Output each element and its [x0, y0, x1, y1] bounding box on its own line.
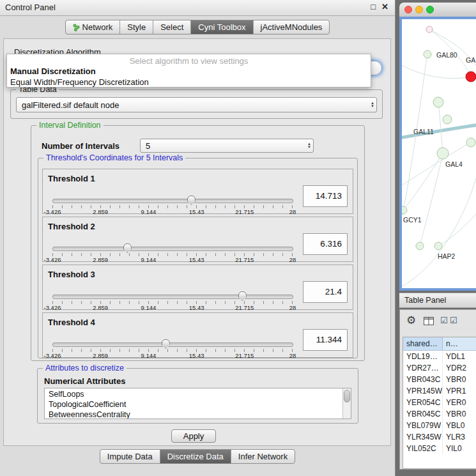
table-row[interactable]: YBR043CYBR0	[403, 374, 476, 385]
tab-label: Select	[160, 22, 183, 32]
network-node-green[interactable]	[437, 148, 449, 159]
attribute-list-item[interactable]: SelfLoops	[45, 389, 343, 399]
network-edge[interactable]	[402, 169, 476, 288]
top-tab-bar-wrap: NetworkStyleSelectCyni ToolboxjActiveMNo…	[0, 20, 395, 35]
node-table: shared… n… YDL19…YDL1YDR27…YDR2YBR043CYB…	[403, 337, 476, 469]
tick-label: 9.144	[141, 208, 157, 215]
slider-tick-labels: -3.4262.8599.14415.4321.71528	[52, 208, 293, 215]
network-node-green[interactable]	[402, 206, 407, 214]
network-canvas[interactable]: GAL80GAGAL11GAL4GCY1HAP2	[402, 19, 476, 288]
table-row[interactable]: YER054CYER0	[403, 397, 476, 408]
tick-label: 2.859	[93, 256, 108, 263]
tick-label: 21.715	[235, 256, 254, 263]
cell-shared-name: YPR145W	[403, 385, 443, 397]
tab-cyni-toolbox[interactable]: Cyni Toolbox	[191, 20, 253, 34]
threshold-value-field[interactable]: 6.316	[303, 233, 348, 255]
threshold-value-field[interactable]: 21.4	[303, 281, 348, 303]
apply-button[interactable]: Apply	[171, 429, 216, 443]
tab-network[interactable]: Network	[66, 20, 121, 34]
threshold-slider-thumb[interactable]	[238, 291, 247, 301]
network-window-titlebar[interactable]	[399, 3, 476, 17]
cell-name: YBL0	[443, 420, 476, 431]
table-row[interactable]: YIL052CYIL0	[403, 443, 476, 454]
network-edge[interactable]	[438, 102, 443, 153]
threshold-value-field[interactable]: 14.713	[303, 185, 348, 207]
tab-label: Cyni Toolbox	[198, 22, 245, 32]
table-row[interactable]: YDR27…YDR2	[403, 362, 476, 374]
network-node-green[interactable]	[434, 242, 442, 250]
close-window-icon[interactable]: ✕	[381, 2, 388, 12]
tab-select[interactable]: Select	[153, 20, 191, 34]
threshold-slider-thumb[interactable]	[123, 243, 132, 253]
network-node-green[interactable]	[433, 97, 443, 107]
table-row[interactable]: YPR145WYPR1	[403, 385, 476, 397]
threshold-slider-thumb[interactable]	[187, 196, 196, 205]
network-edge[interactable]	[420, 155, 443, 246]
slider-tick-labels: -3.4262.8599.14415.4321.71528	[52, 352, 293, 359]
attributes-group-title: Attributes to discretize	[43, 364, 127, 373]
numerical-attributes-list[interactable]: SelfLoopsTopologicalCoefficientBetweenne…	[44, 388, 351, 419]
algorithm-option[interactable]: Equal Width/Frequency Discretization	[7, 77, 371, 88]
network-edge[interactable]	[403, 153, 443, 210]
control-panel-titlebar[interactable]: Control Panel □ ✕	[0, 0, 395, 16]
table-row[interactable]: YBR045CYBR0	[403, 408, 476, 420]
checkbox-icon[interactable]: ☑	[450, 316, 457, 325]
network-node-green[interactable]	[424, 50, 431, 58]
threshold-slider-track[interactable]	[52, 199, 293, 203]
tick-label: 9.144	[141, 352, 157, 359]
tick-label: 2.859	[93, 208, 108, 215]
attributes-scrollbar[interactable]	[342, 388, 351, 418]
interval-definition-group-title: Interval Definition	[36, 121, 104, 130]
zoom-traffic-light-icon[interactable]	[426, 6, 434, 13]
tab-label: jActiveMNodules	[261, 22, 323, 32]
network-node-red[interactable]	[466, 72, 476, 82]
threshold-slider-thumb[interactable]	[162, 339, 170, 349]
network-edge[interactable]	[438, 211, 476, 246]
table-row[interactable]: YDL19…YDL1	[403, 351, 476, 362]
float-window-icon[interactable]: □	[371, 2, 376, 12]
tab-style[interactable]: Style	[120, 20, 153, 34]
threshold-slider-track[interactable]	[52, 295, 293, 299]
cell-name: YDL1	[443, 351, 476, 362]
network-node-green[interactable]	[466, 138, 475, 147]
bottom-tab-bar: Impute DataDiscretize DataInfer Network	[100, 449, 295, 464]
table-panel-titlebar[interactable]: Table Panel	[399, 293, 476, 308]
threshold-slider-track[interactable]	[52, 247, 293, 251]
checkbox-icon[interactable]: ☑	[440, 316, 448, 325]
table-row[interactable]: YBL079WYBL0	[403, 420, 476, 431]
gear-icon[interactable]: ⚙	[406, 314, 416, 327]
table-columns-icon[interactable]	[424, 317, 434, 325]
attribute-list-item[interactable]: BetweennessCentrality	[45, 410, 343, 419]
tab-jactivemnodules[interactable]: jActiveMNodules	[254, 20, 330, 34]
scrollbar-thumb[interactable]	[344, 390, 350, 403]
tab-impute-data[interactable]: Impute Data	[100, 450, 160, 463]
number-of-intervals-select[interactable]: 5 ▲▼	[140, 139, 314, 153]
cell-shared-name: YLR345W	[403, 431, 443, 443]
tick-label: 21.715	[235, 352, 254, 359]
tab-infer-network[interactable]: Infer Network	[231, 450, 295, 463]
tab-discretize-data[interactable]: Discretize Data	[160, 450, 231, 463]
threshold-label: Threshold 2	[48, 222, 95, 231]
tick-label: 21.715	[235, 304, 254, 311]
minimize-traffic-light-icon[interactable]	[415, 6, 423, 13]
threshold-value-field[interactable]: 11.344	[303, 329, 348, 351]
table-row[interactable]: YLR345WYLR3	[403, 431, 476, 443]
network-node-pink[interactable]	[426, 26, 433, 33]
threshold-slider-track[interactable]	[52, 342, 293, 347]
network-node-green[interactable]	[416, 242, 424, 250]
column-header-name[interactable]: n…	[443, 337, 476, 350]
close-traffic-light-icon[interactable]	[404, 6, 412, 13]
tab-label: Network	[82, 22, 113, 32]
attribute-list-item[interactable]: TopologicalCoefficient	[45, 399, 343, 410]
network-edge[interactable]	[402, 64, 471, 79]
table-data-select[interactable]: galFiltered.sif default node ▲▼	[16, 97, 377, 112]
network-node-green[interactable]	[443, 115, 452, 124]
column-header-shared[interactable]: shared…	[403, 337, 443, 350]
cell-name: YIL0	[443, 443, 476, 454]
algorithm-option[interactable]: Manual Discretization	[7, 66, 371, 77]
tick-label: -3.426	[44, 352, 61, 359]
tab-label: Discretize Data	[167, 452, 224, 461]
tick-label: 9.144	[141, 256, 157, 263]
network-view-window: GAL80GAGAL11GAL4GCY1HAP2	[399, 3, 476, 291]
window-controls: □ ✕	[371, 2, 388, 12]
